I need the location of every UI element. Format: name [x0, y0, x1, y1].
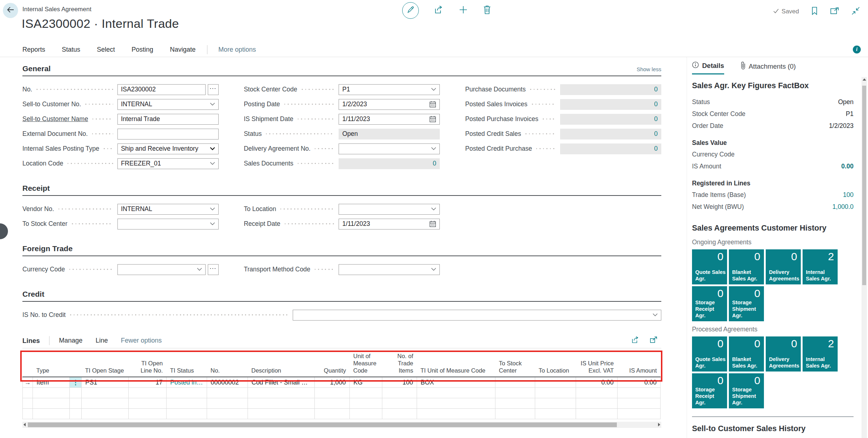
tile-delivery-agreements[interactable]: 0Delivery Agreements — [766, 336, 801, 372]
lines-menu-manage[interactable]: Manage — [59, 337, 82, 344]
tab-attachments[interactable]: Attachments (0) — [741, 61, 796, 75]
cell-ti_status[interactable]: Posted in (Na... — [167, 377, 207, 387]
cell-trade_items[interactable]: 100 — [382, 377, 417, 387]
cell-type[interactable]: Item — [33, 377, 70, 387]
factbox-value-link[interactable]: 100 — [843, 191, 854, 199]
tile-blanket-sales-agr[interactable]: 0Blanket Sales Agr. — [729, 336, 764, 372]
more-options-button[interactable]: More options — [218, 46, 256, 53]
panel-expand-handle[interactable] — [0, 223, 8, 239]
cell-no[interactable]: 00000002 — [207, 377, 248, 387]
calendar-icon[interactable] — [427, 116, 436, 123]
field-label-link[interactable]: Sell-to Customer Name — [22, 115, 88, 123]
field-input-delivery-agreement-no[interactable] — [339, 143, 440, 154]
drilldown-link[interactable]: 0 — [654, 86, 658, 93]
section-foreign-trade-title[interactable]: Foreign Trade — [22, 244, 73, 253]
field-input-posting-date[interactable]: 1/2/2023 — [339, 99, 440, 110]
drilldown-link[interactable]: 0 — [654, 100, 658, 108]
tile-storage-shipment-agr[interactable]: 0Storage Shipment Agr. — [729, 286, 764, 321]
row-select-arrow[interactable]: → — [23, 377, 33, 387]
chevron-down-icon[interactable] — [208, 222, 215, 226]
open-in-new-window-button[interactable] — [830, 7, 839, 16]
calendar-icon[interactable] — [427, 101, 436, 108]
bookmark-button[interactable] — [811, 7, 818, 17]
calendar-icon[interactable] — [427, 220, 436, 227]
field-input-receipt-date[interactable]: 1/11/2023 — [339, 219, 440, 229]
chevron-down-icon[interactable] — [208, 207, 215, 211]
chevron-down-icon[interactable] — [429, 268, 436, 271]
field-input-location-code[interactable]: FREEZER_01 — [117, 158, 219, 169]
chevron-down-icon[interactable] — [650, 313, 658, 317]
menu-item-posting[interactable]: Posting — [132, 46, 153, 53]
row-more-options-button[interactable]: ⋮ — [70, 377, 82, 387]
lines-menu-line[interactable]: Line — [95, 337, 108, 344]
field-input-to-stock-center[interactable] — [117, 219, 219, 229]
scrollbar-thumb[interactable] — [28, 422, 617, 427]
field-input-internal-sales-posting-type[interactable]: Ship and Receive Inventory — [117, 143, 219, 154]
scroll-left-arrow[interactable] — [23, 423, 26, 426]
field-input-sell-to-customer-name[interactable]: Internal Trade — [117, 114, 219, 125]
tile-internal-sales-agr[interactable]: 2Internal Sales Agr. — [803, 336, 838, 372]
info-button[interactable] — [853, 46, 861, 53]
tile-quote-sales-agr[interactable]: 0Quote Sales Agr. — [692, 249, 727, 284]
menu-item-select[interactable]: Select — [97, 46, 115, 53]
cell-description[interactable]: Cod Fillet - Small Fillet — [248, 377, 315, 387]
scroll-right-arrow[interactable] — [658, 423, 660, 426]
menu-item-navigate[interactable]: Navigate — [170, 46, 195, 53]
field-input-external-document-no[interactable] — [117, 129, 219, 139]
tile-quote-sales-agr[interactable]: 0Quote Sales Agr. — [692, 336, 727, 372]
field-input-no[interactable]: ISA2300002 — [117, 84, 206, 95]
section-general-title[interactable]: General — [22, 64, 51, 73]
share-button[interactable] — [434, 5, 443, 16]
factbox-value-link[interactable]: 1,000.0 — [833, 203, 854, 211]
tile-blanket-sales-agr[interactable]: 0Blanket Sales Agr. — [729, 249, 764, 284]
assist-edit-button[interactable] — [208, 264, 219, 275]
cell-ti_uom[interactable]: BOX — [417, 377, 495, 387]
delete-button[interactable] — [483, 5, 491, 16]
fewer-options-button[interactable]: Fewer options — [121, 337, 162, 344]
chevron-down-icon[interactable] — [429, 207, 436, 211]
scroll-up-arrow[interactable] — [863, 78, 866, 81]
chevron-down-icon[interactable] — [429, 88, 436, 91]
back-button[interactable] — [3, 3, 18, 18]
cell-to_stock_center[interactable] — [495, 377, 535, 387]
collapse-button[interactable] — [851, 7, 860, 17]
field-input-to-location[interactable] — [339, 204, 440, 215]
tab-details[interactable]: Details — [692, 61, 724, 74]
menu-item-status[interactable]: Status — [62, 46, 80, 53]
section-credit-title[interactable]: Credit — [22, 290, 44, 299]
chevron-down-icon[interactable] — [429, 147, 436, 150]
show-less-link[interactable]: Show less — [637, 66, 661, 73]
cell-ti_open_stage[interactable]: PS1 — [82, 377, 129, 387]
field-input-is-no-to-credit[interactable] — [293, 310, 661, 321]
field-input-stock-center-code[interactable]: P1 — [339, 84, 440, 95]
tile-internal-sales-agr[interactable]: 2Internal Sales Agr. — [803, 249, 838, 284]
cell-quantity[interactable]: 1,000 — [315, 377, 350, 387]
drilldown-link[interactable]: 0 — [654, 145, 658, 153]
lines-share-button[interactable] — [631, 336, 640, 345]
menu-item-reports[interactable]: Reports — [22, 46, 45, 53]
cell-amount[interactable]: 0.00 — [618, 377, 661, 387]
assist-edit-button[interactable] — [208, 84, 219, 95]
drilldown-link[interactable]: 0 — [654, 115, 658, 123]
drilldown-link[interactable]: 0 — [654, 130, 658, 138]
field-input-vendor-no[interactable]: INTERNAL — [117, 204, 219, 215]
chevron-down-icon[interactable] — [208, 103, 215, 106]
cell-uom[interactable]: KG — [350, 377, 382, 387]
cell-ti_open_line_no[interactable]: 17 — [129, 377, 167, 387]
panel-scrollbar-thumb[interactable] — [862, 86, 866, 285]
field-input-currency-code[interactable] — [117, 264, 206, 275]
field-input-sell-to-customer-no[interactable]: INTERNAL — [117, 99, 219, 110]
section-receipt-title[interactable]: Receipt — [22, 184, 50, 193]
field-input-transport-method-code[interactable] — [339, 264, 440, 275]
field-input-is-shipment-date[interactable]: 1/11/2023 — [339, 114, 440, 125]
chevron-down-icon[interactable] — [195, 268, 202, 271]
horizontal-scrollbar[interactable] — [22, 422, 661, 428]
cell-unit_price[interactable]: 0.00 — [576, 377, 618, 387]
tile-delivery-agreements[interactable]: 0Delivery Agreements — [766, 249, 801, 284]
tile-storage-receipt-agr[interactable]: 0Storage Receipt Agr. — [692, 373, 727, 408]
cell-to_location[interactable] — [535, 377, 576, 387]
tile-storage-receipt-agr[interactable]: 0Storage Receipt Agr. — [692, 286, 727, 321]
edit-button[interactable] — [402, 2, 419, 19]
panel-scrollbar[interactable] — [861, 77, 867, 438]
tile-storage-shipment-agr[interactable]: 0Storage Shipment Agr. — [729, 373, 764, 408]
